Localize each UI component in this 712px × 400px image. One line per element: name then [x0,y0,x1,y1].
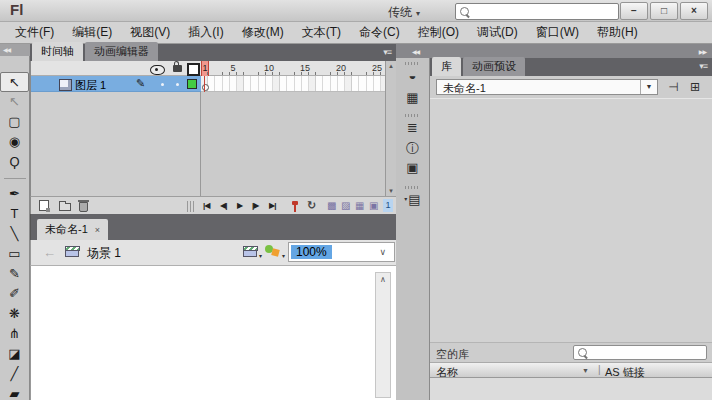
free-transform-tool[interactable]: ▢ [0,112,29,132]
stage-canvas[interactable]: ∧ [30,266,396,400]
step-forward-button[interactable]: |▶ [252,200,258,212]
menu-text[interactable]: 文本(T) [293,21,350,44]
new-layer-button[interactable] [39,200,49,211]
gripper-icon[interactable] [405,62,420,65]
show-hide-eye-icon[interactable] [150,65,165,75]
edit-scene-button[interactable] [243,247,257,257]
play-button[interactable]: ▶ [237,200,242,212]
center-frame-button[interactable] [294,201,296,212]
tab-motion-presets[interactable]: 动画预设 [463,57,525,76]
library-document-select[interactable]: 未命名-1 ▼ [436,79,658,95]
onion-skin-outlines-button[interactable]: ▨ [341,200,350,211]
info-panel-icon[interactable]: ⓘ [396,140,429,158]
tools-collapse-button[interactable]: ◀◀ [0,44,30,56]
collapse-right-icon[interactable]: ▶▶ [699,48,706,55]
tab-timeline[interactable]: 时间轴 [32,42,83,61]
minimize-button[interactable]: − [620,2,648,20]
close-button[interactable]: × [680,2,708,20]
delete-layer-button[interactable] [79,202,88,212]
restore-button[interactable]: □ [650,2,678,20]
tab-library[interactable]: 库 [432,57,461,76]
brush-tool[interactable]: ✐ [0,284,29,304]
scroll-down-icon[interactable]: ▾ [386,187,396,195]
lock-icon[interactable] [173,65,182,72]
layer-name[interactable]: 图层 1 [75,78,106,93]
modify-markers-button[interactable]: ▣ [369,200,378,211]
scroll-up-icon[interactable]: ▴ [386,62,396,70]
deco-tool[interactable]: ❋ [0,304,29,324]
chevron-down-icon[interactable]: ∨ [379,247,386,257]
sort-direction-icon[interactable]: ▼ [582,367,589,374]
back-arrow-icon[interactable]: ← [43,245,56,260]
paint-bucket-tool[interactable]: ◪ [0,344,29,364]
new-folder-button[interactable] [59,203,71,211]
workspace-switcher[interactable]: 传统▾ [388,4,420,21]
loop-playback-button[interactable]: ↻ [307,199,316,212]
outline-icon[interactable] [187,63,200,76]
library-item-list[interactable] [430,378,712,400]
align-panel-icon[interactable]: ≣ [396,120,429,135]
frames-row[interactable] [201,76,385,92]
pencil-tool[interactable]: ✎ [0,264,29,284]
library-search[interactable] [573,345,707,360]
onion-skin-button[interactable]: ▩ [327,200,336,211]
chevron-down-icon[interactable]: ▾ [282,252,285,259]
gripper-icon[interactable] [405,114,420,117]
current-frame-field[interactable]: 1 [383,199,393,212]
menu-debug[interactable]: 调试(D) [468,21,527,44]
chevron-down-icon[interactable]: ▼ [640,80,657,94]
pin-library-icon[interactable]: ⊣ [668,80,678,94]
panel-menu-icon[interactable]: ▾≡ [383,47,391,57]
frame-ruler-ticks[interactable] [201,72,385,75]
menu-edit[interactable]: 编辑(E) [63,21,121,44]
app-search-input[interactable] [473,5,607,19]
step-back-button[interactable]: ◀| [220,200,226,212]
text-tool[interactable]: T [0,204,29,224]
layer-row[interactable]: 图层 1 ✎ [31,76,201,92]
gripper-icon[interactable] [405,186,420,189]
stage-scrollbar[interactable]: ∧ [375,272,391,398]
edit-symbols-button[interactable] [265,245,281,258]
menu-modify[interactable]: 修改(M) [233,21,293,44]
menu-control[interactable]: 控制(O) [409,21,468,44]
chevron-down-icon[interactable]: ▾ [259,252,262,259]
transform-panel-icon[interactable]: ▣ [396,160,429,175]
line-tool[interactable]: ╲ [0,224,29,244]
selection-tool[interactable]: ↖ [0,72,29,92]
panel-menu-icon[interactable]: ▾≡ [699,61,707,71]
eyedropper-tool[interactable]: ╱ [0,364,29,384]
edit-multiple-frames-button[interactable]: ▦ [355,200,364,211]
color-panel-icon[interactable]: ◒ [396,68,429,83]
timeline-scrollbar[interactable]: ▴ ▾ [385,61,396,196]
menu-commands[interactable]: 命令(C) [350,21,409,44]
collapse-left-icon[interactable]: ◀◀ [412,48,419,55]
menu-file[interactable]: 文件(F) [6,21,63,44]
go-last-frame-button[interactable]: ▶| [269,200,275,212]
layer-visible-dot[interactable] [161,83,164,86]
lasso-tool[interactable]: Ϙ [0,152,29,172]
zoom-level-combobox[interactable]: 100% ∨ [288,242,395,262]
layer-unlocked-dot[interactable] [176,83,179,86]
menu-window[interactable]: 窗口(W) [527,21,588,44]
scroll-up-icon[interactable]: ∧ [376,275,390,284]
document-tab[interactable]: 未命名-1 × [37,219,108,240]
menu-view[interactable]: 视图(V) [121,21,179,44]
pen-tool[interactable]: ✒ [0,184,29,204]
close-tab-icon[interactable]: × [95,225,100,235]
new-library-panel-icon[interactable]: ⊞ [690,80,700,94]
library-search-input[interactable] [590,346,699,359]
app-search[interactable] [455,3,619,20]
scene-label[interactable]: 场景 1 [87,245,121,262]
components-panel-icon[interactable]: ▾▤ [396,192,429,207]
go-first-frame-button[interactable]: |◀ [203,200,209,212]
zoom-level-value[interactable]: 100% [291,245,332,259]
pane-grip-icon[interactable] [187,201,194,212]
bone-tool[interactable]: ⋔ [0,324,29,344]
rectangle-tool[interactable]: ▭ [0,244,29,264]
subselection-tool[interactable]: ↖ [0,92,29,112]
menu-insert[interactable]: 插入(I) [179,21,232,44]
menu-help[interactable]: 帮助(H) [588,21,647,44]
tab-motion-editor[interactable]: 动画编辑器 [85,42,158,61]
3d-rotation-tool[interactable]: ◉ [0,132,29,152]
eraser-tool[interactable]: ▰ [0,384,29,400]
